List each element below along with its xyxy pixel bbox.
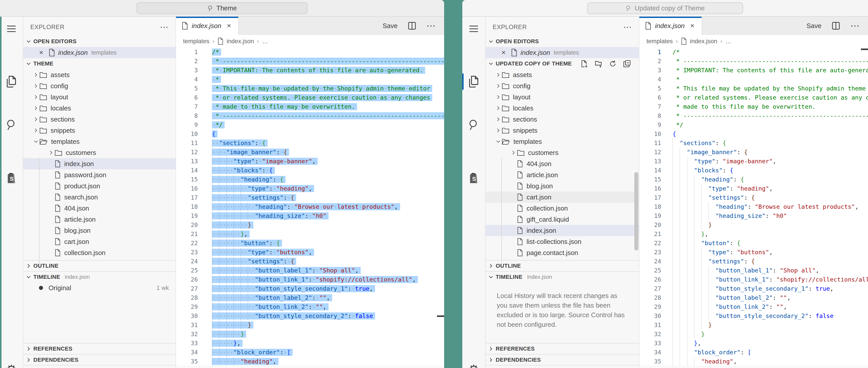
tree-item-customers[interactable]: customers bbox=[23, 147, 176, 158]
code-line-30[interactable]: 30············"button_style_secondary_2"… bbox=[176, 311, 444, 321]
code-line-34[interactable]: 34······"block_order":·[ bbox=[176, 348, 444, 357]
chevron-right-icon[interactable] bbox=[488, 346, 494, 352]
sidebar-scrollbar[interactable] bbox=[634, 172, 638, 250]
outline-section-header[interactable]: OUTLINE bbox=[486, 260, 639, 271]
code-editor[interactable]: 1/*2 * ---------------------------------… bbox=[639, 47, 868, 368]
references-section-header[interactable]: REFERENCES bbox=[486, 343, 639, 354]
code-line-6[interactable]: 6·*·or·related·systems.·Please·exercise·… bbox=[176, 93, 444, 102]
code-line-22[interactable]: 22········"button":·{ bbox=[176, 239, 444, 248]
tree-item-customers[interactable]: customers bbox=[486, 147, 639, 158]
code-line-31[interactable]: 31··········} bbox=[176, 321, 444, 330]
code-line-6[interactable]: 6 * or related systems. Please exercise … bbox=[639, 93, 868, 102]
gear-icon[interactable]: ⚙ bbox=[462, 362, 485, 368]
tree-item-sections[interactable]: sections bbox=[23, 114, 176, 125]
chevron-down-icon[interactable] bbox=[488, 61, 494, 66]
more-actions-icon[interactable]: ⋯ bbox=[850, 21, 859, 31]
tree-item-404-json[interactable]: 404.json bbox=[486, 158, 639, 169]
tree-item-cart-json[interactable]: cart.json bbox=[23, 236, 176, 247]
code-line-15[interactable]: 15 "heading": { bbox=[639, 175, 868, 184]
split-editor-icon[interactable] bbox=[408, 22, 416, 30]
code-line-5[interactable]: 5·*·This·file·may·be·updated·by·the·Shop… bbox=[176, 84, 444, 93]
timeline-section-header[interactable]: TIMELINE index.json bbox=[486, 271, 639, 282]
code-line-35[interactable]: 35 "heading", bbox=[639, 357, 868, 366]
open-editor-item[interactable]: × index.json templates bbox=[23, 47, 176, 58]
code-line-20[interactable]: 20··········} bbox=[176, 221, 444, 230]
collapse-all-icon[interactable] bbox=[623, 60, 631, 67]
refresh-icon[interactable] bbox=[609, 60, 617, 67]
close-icon[interactable]: × bbox=[37, 48, 45, 57]
tree-item-assets[interactable]: assets bbox=[23, 69, 176, 80]
chevron-right-icon[interactable] bbox=[32, 94, 39, 100]
tree-item-layout[interactable]: layout bbox=[23, 92, 176, 103]
code-line-24[interactable]: 24··········"settings":·{ bbox=[176, 257, 444, 266]
tree-item-blog-json[interactable]: blog.json bbox=[23, 225, 176, 236]
code-line-8[interactable]: 8·*·------------------------------------… bbox=[176, 111, 444, 120]
references-section-header[interactable]: REFERENCES bbox=[23, 343, 176, 354]
code-line-35[interactable]: 35········"heading", bbox=[176, 357, 444, 366]
code-line-19[interactable]: 19 "heading_size": "h0" bbox=[639, 211, 868, 221]
chevron-right-icon[interactable] bbox=[32, 83, 39, 89]
workspace-section-header[interactable]: UPDATED COPY OF THEME bbox=[486, 58, 639, 69]
split-editor-icon[interactable] bbox=[832, 22, 840, 30]
code-line-29[interactable]: 29 "button_link_2": "", bbox=[639, 302, 868, 311]
tab-index-json[interactable]: index.json × bbox=[639, 17, 702, 35]
tree-item-page-contact-json[interactable]: page.contact.json bbox=[486, 247, 639, 258]
close-icon[interactable]: × bbox=[227, 22, 231, 30]
tree-item-snippets[interactable]: snippets bbox=[23, 125, 176, 136]
new-folder-icon[interactable] bbox=[595, 60, 602, 67]
explorer-icon[interactable] bbox=[0, 73, 23, 90]
chevron-right-icon[interactable] bbox=[26, 357, 31, 363]
window-title-search[interactable]: Updated copy of Theme bbox=[587, 2, 743, 14]
code-line-1[interactable]: 1/* bbox=[176, 47, 444, 57]
code-line-13[interactable]: 13 "type": "image-banner", bbox=[639, 157, 868, 166]
more-actions-icon[interactable]: ⋯ bbox=[426, 21, 436, 31]
tree-item-article-json[interactable]: article.json bbox=[23, 214, 176, 225]
code-line-2[interactable]: 2 * ------------------------------------… bbox=[639, 57, 868, 66]
code-line-5[interactable]: 5 * This file may be updated by the Shop… bbox=[639, 84, 868, 93]
code-line-19[interactable]: 19············"heading_size":·"h0" bbox=[176, 211, 444, 221]
code-editor[interactable]: 1/*2·*·---------------------------------… bbox=[176, 47, 444, 368]
menu-icon[interactable] bbox=[462, 21, 485, 37]
window-title-search[interactable]: Theme bbox=[136, 2, 308, 14]
chevron-right-icon[interactable] bbox=[488, 263, 494, 269]
open-editor-item[interactable]: × index.json templates bbox=[486, 47, 639, 58]
tree-item-collection-json[interactable]: collection.json bbox=[486, 203, 639, 214]
tree-item-search-json[interactable]: search.json bbox=[23, 192, 176, 203]
chevron-right-icon[interactable] bbox=[495, 72, 502, 77]
chevron-right-icon[interactable] bbox=[32, 128, 39, 133]
code-line-30[interactable]: 30 "button_style_secondary_2": false bbox=[639, 311, 868, 321]
code-line-14[interactable]: 14······"blocks":·{ bbox=[176, 166, 444, 175]
code-line-17[interactable]: 17 "settings": { bbox=[639, 193, 868, 202]
chevron-right-icon[interactable] bbox=[26, 263, 31, 269]
tree-item-snippets[interactable]: snippets bbox=[486, 125, 639, 136]
chevron-right-icon[interactable] bbox=[495, 94, 502, 100]
code-line-33[interactable]: 33 }, bbox=[639, 339, 868, 348]
code-line-33[interactable]: 33······}, bbox=[176, 339, 444, 348]
code-line-32[interactable]: 32 } bbox=[639, 330, 868, 339]
code-line-4[interactable]: 4 * bbox=[639, 75, 868, 84]
tree-item-cart-json[interactable]: cart.json bbox=[486, 192, 639, 203]
new-file-icon[interactable] bbox=[581, 60, 588, 67]
code-line-12[interactable]: 12····"image_banner":·{ bbox=[176, 147, 444, 157]
code-line-28[interactable]: 28············"button_label_2":·"", bbox=[176, 293, 444, 302]
code-line-3[interactable]: 3·*·IMPORTANT:·The·contents·of·this·file… bbox=[176, 66, 444, 75]
code-line-10[interactable]: 10{ bbox=[639, 129, 868, 138]
chevron-right-icon[interactable] bbox=[495, 128, 502, 133]
code-line-4[interactable]: 4·* bbox=[176, 75, 444, 84]
tree-item-list-collections-json[interactable]: list-collections.json bbox=[486, 236, 639, 247]
code-line-23[interactable]: 23··········"type":·"buttons", bbox=[176, 248, 444, 257]
title-bar[interactable]: Theme bbox=[0, 0, 444, 17]
chevron-right-icon[interactable] bbox=[48, 150, 55, 156]
tree-item-article-json[interactable]: article.json bbox=[486, 169, 639, 180]
code-line-28[interactable]: 28 "button_label_2": "", bbox=[639, 293, 868, 302]
code-line-11[interactable]: 11 "sections": { bbox=[639, 138, 868, 147]
search-view-icon[interactable] bbox=[462, 116, 485, 133]
code-line-20[interactable]: 20 } bbox=[639, 221, 868, 230]
code-line-32[interactable]: 32········} bbox=[176, 330, 444, 339]
ellipsis-icon[interactable]: ⋯ bbox=[160, 25, 168, 30]
code-line-9[interactable]: 9 */ bbox=[639, 120, 868, 129]
chevron-right-icon[interactable] bbox=[32, 116, 39, 122]
tree-item-collection-json[interactable]: collection.json bbox=[23, 247, 176, 258]
tree-item-config[interactable]: config bbox=[23, 80, 176, 92]
tree-item-gift-card-liquid[interactable]: gift_card.liquid bbox=[486, 214, 639, 225]
